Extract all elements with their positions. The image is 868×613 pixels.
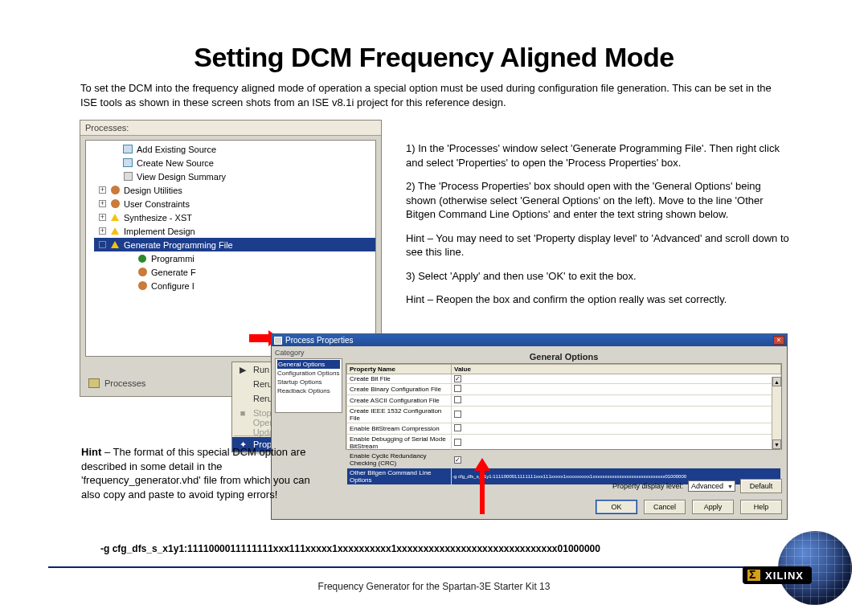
property-value[interactable] [452,407,781,423]
intro-paragraph: To set the DCM into the frequency aligne… [80,81,788,109]
tree-item[interactable]: Create New Source [94,156,375,170]
tree-item[interactable]: -Generate Programming File [94,238,375,251]
display-level-label: Property display level: [612,482,683,490]
property-value[interactable] [452,435,781,452]
tree-item[interactable]: Add Existing Source [94,142,375,156]
process-properties-window: Process Properties × Category General Op… [271,333,788,520]
tree-expander-icon[interactable]: + [99,227,106,235]
property-value[interactable] [452,395,781,407]
property-name: Create Binary Configuration File [347,384,452,395]
command-line: -g cfg_dfs_s_x1y1:1111000011111111xxx111… [100,543,600,554]
tree-expander-icon[interactable]: - [99,241,106,248]
checkbox[interactable] [454,396,461,403]
processes-tree[interactable]: Add Existing SourceCreate New SourceView… [85,140,376,357]
property-value[interactable]: ✓ [452,452,781,468]
menu-item-icon: ■ [237,408,248,418]
annotation-arrow-icon [474,458,490,519]
apply-button[interactable]: Apply [692,500,734,514]
ok-button[interactable]: OK [596,500,637,514]
instruction-hint-2: Hint – Reopen the box and confirm the op… [406,292,792,307]
scroll-down-icon[interactable]: ▼ [772,439,781,449]
processes-tab-icon [88,378,100,388]
property-value[interactable]: ✓ [452,374,781,384]
brand-label: XILINX [765,570,804,582]
table-row[interactable]: Enable Debugging of Serial Mode BitStrea… [347,435,781,452]
tree-item-label: View Design Summary [137,172,226,182]
process-properties-titlebar[interactable]: Process Properties × [272,334,787,346]
scroll-up-icon[interactable]: ▲ [772,377,781,386]
processes-tab[interactable]: Processes [85,375,145,391]
checkbox[interactable] [454,424,461,431]
processes-window-title: Processes: [80,121,381,136]
warn-icon [109,240,121,250]
tree-item[interactable]: +User Constraints [94,197,375,210]
property-name: Other Bitgen Command Line Options [347,468,452,485]
instruction-column: 1) In the 'Processes' window select 'Gen… [406,141,792,317]
table-row[interactable]: Enable Cyclic Redundancy Checking (CRC)✓ [347,452,781,468]
table-row[interactable]: Create Binary Configuration File [347,384,781,395]
instruction-hint-1: Hint – You may need to set 'Property dis… [406,231,792,260]
process-properties-title: Process Properties [274,336,353,345]
checkbox[interactable]: ✓ [454,456,461,464]
tree-expander-icon[interactable]: + [99,200,106,207]
checkbox[interactable] [454,411,461,418]
tree-expander-icon[interactable]: + [99,214,106,221]
properties-table-wrap: Property NameValueCreate Bit File✓Create… [346,363,782,450]
table-row[interactable]: Create ASCII Configuration File [347,395,781,407]
instruction-step-3: 3) Select 'Apply' and then use 'OK' to e… [406,269,792,284]
tree-item-label: Add Existing Source [137,145,216,154]
tree-item[interactable]: View Design Summary [94,170,375,183]
category-item[interactable]: Readback Options [277,386,340,395]
table-row[interactable]: Create IEEE 1532 Configuration File [347,407,781,423]
tree-item-label: Implement Design [124,227,195,236]
warn-icon [109,227,121,236]
close-icon[interactable]: × [773,336,784,345]
checkbox[interactable] [454,385,461,392]
table-row[interactable]: Create Bit File✓ [347,374,781,384]
gear-icon [109,199,121,209]
doc-icon [122,145,133,154]
tree-item-label: Programmi [151,254,194,264]
hint-prefix: Hint [81,446,101,458]
gear-icon [109,186,121,195]
category-label: Category [275,349,342,357]
tree-item-label: Create New Source [137,158,214,168]
property-name: Enable Cyclic Redundancy Checking (CRC) [347,452,452,468]
properties-table[interactable]: Property NameValueCreate Bit File✓Create… [346,364,781,485]
tree-item[interactable]: +Synthesize - XST [94,210,375,224]
svg-marker-1 [474,458,490,514]
category-item[interactable]: Configuration Options [277,369,340,378]
column-header[interactable]: Value [452,365,781,374]
warn-icon [109,213,121,223]
checkbox[interactable] [454,439,461,446]
instruction-step-1: 1) In the 'Processes' window select 'Gen… [406,141,792,170]
table-row[interactable]: Enable BitStream Compression [347,423,781,435]
category-list[interactable]: General OptionsConfiguration OptionsStar… [275,358,342,413]
hint-left: Hint – The format of this special DCM op… [81,445,310,501]
report-icon [122,172,133,182]
gear-icon [137,281,148,291]
category-item[interactable]: Startup Options [277,378,340,386]
tree-item[interactable]: +Design Utilities [94,183,375,197]
help-button[interactable]: Help [740,500,782,514]
property-value[interactable] [452,423,781,435]
tree-expander-icon[interactable]: + [99,186,106,194]
tree-item[interactable]: Programmi [94,251,375,265]
cancel-button[interactable]: Cancel [644,500,686,514]
tree-item[interactable]: +Implement Design [94,224,375,238]
scrollbar[interactable]: ▲ ▼ [772,377,781,449]
category-item[interactable]: General Options [277,360,340,369]
checkbox[interactable]: ✓ [454,375,461,382]
property-value[interactable] [452,384,781,395]
column-header[interactable]: Property Name [347,365,452,374]
display-level-select[interactable]: Advanced [688,480,735,492]
footer-rule [48,566,820,568]
options-section-title: General Options [346,349,782,363]
tree-item-label: Synthesize - XST [124,213,192,223]
default-button[interactable]: Default [740,479,782,493]
doc-icon [122,158,133,168]
property-name: Enable BitStream Compression [347,423,452,435]
tree-item-label: User Constraints [124,199,190,209]
tree-item[interactable]: Generate F [94,265,375,279]
tree-item[interactable]: Configure I [94,279,375,292]
